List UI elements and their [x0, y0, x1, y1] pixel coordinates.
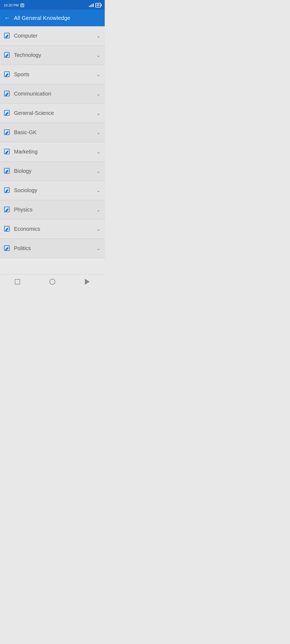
- item-label-biology: Biology: [14, 168, 32, 174]
- chevron-icon-general-science: ⌄: [96, 110, 100, 116]
- list-item-technology[interactable]: Technology ⌄: [0, 46, 105, 65]
- status-left: 10:20 PM: [4, 3, 24, 7]
- list-item-politics[interactable]: Politics ⌄: [0, 239, 105, 258]
- chevron-icon-basic-gk: ⌄: [96, 130, 100, 136]
- status-bar: 10:20 PM 65: [0, 0, 105, 10]
- nav-home-button[interactable]: [48, 278, 56, 286]
- list-item-left-sociology: Sociology: [4, 187, 37, 194]
- navigation-bar: [0, 274, 105, 289]
- nav-square-button[interactable]: [13, 278, 21, 286]
- chevron-icon-physics: ⌄: [96, 207, 100, 213]
- list-item-physics[interactable]: Physics ⌄: [0, 200, 105, 219]
- list-item-sports[interactable]: Sports ⌄: [0, 65, 105, 84]
- item-label-computer: Computer: [14, 33, 38, 39]
- nav-triangle-icon: [85, 279, 90, 285]
- list-item-basic-gk[interactable]: Basic-GK ⌄: [0, 123, 105, 142]
- item-label-technology: Technology: [14, 52, 41, 58]
- edit-icon-biology: [4, 168, 11, 175]
- trash-icon: [20, 3, 24, 7]
- edit-icon-sports: [4, 71, 11, 78]
- item-label-physics: Physics: [14, 207, 32, 213]
- edit-icon-marketing: [4, 148, 11, 155]
- chevron-icon-politics: ⌄: [96, 246, 100, 251]
- item-label-general-science: General-Science: [14, 110, 54, 116]
- battery-icon: 65: [95, 3, 101, 8]
- edit-icon-technology: [4, 52, 11, 59]
- edit-icon-sociology: [4, 187, 11, 194]
- list-item-biology[interactable]: Biology ⌄: [0, 162, 105, 181]
- list-item-sociology[interactable]: Sociology ⌄: [0, 181, 105, 200]
- list-item-left-politics: Politics: [4, 245, 31, 252]
- list-item-left-economics: Economics: [4, 226, 40, 233]
- list-item-left-technology: Technology: [4, 52, 41, 59]
- category-list: Computer ⌄ Technology ⌄ Sports: [0, 26, 105, 258]
- nav-square-icon: [15, 279, 20, 284]
- item-label-sociology: Sociology: [14, 187, 37, 193]
- edit-icon-computer: [4, 32, 11, 39]
- list-item-left-sports: Sports: [4, 71, 30, 78]
- item-label-sports: Sports: [14, 71, 30, 78]
- time-display: 10:20 PM: [4, 3, 19, 7]
- chevron-icon-marketing: ⌄: [96, 149, 100, 155]
- list-item-left-general-science: General-Science: [4, 110, 54, 117]
- list-item-communication[interactable]: Communication ⌄: [0, 84, 105, 104]
- edit-icon-physics: [4, 206, 11, 213]
- chevron-icon-biology: ⌄: [96, 168, 100, 174]
- signal-icon: [89, 3, 94, 7]
- status-right: 65: [89, 3, 101, 8]
- list-item-general-science[interactable]: General-Science ⌄: [0, 104, 105, 123]
- item-label-communication: Communication: [14, 91, 51, 97]
- list-item-left-computer: Computer: [4, 32, 38, 39]
- list-item-left-basic-gk: Basic-GK: [4, 129, 37, 136]
- page-title: All General Knowledge: [14, 15, 70, 21]
- item-label-politics: Politics: [14, 245, 31, 251]
- item-label-economics: Economics: [14, 226, 40, 232]
- edit-icon-basic-gk: [4, 129, 11, 136]
- app-header: ← All General Knowledge: [0, 10, 105, 26]
- spacer: [0, 258, 105, 274]
- list-item-marketing[interactable]: Marketing ⌄: [0, 142, 105, 162]
- nav-back-button[interactable]: [83, 278, 91, 286]
- list-item-computer[interactable]: Computer ⌄: [0, 26, 105, 46]
- chevron-icon-sports: ⌄: [96, 72, 100, 78]
- chevron-icon-technology: ⌄: [96, 52, 100, 58]
- list-item-left-communication: Communication: [4, 90, 51, 97]
- edit-icon-communication: [4, 90, 11, 97]
- chevron-icon-economics: ⌄: [96, 226, 100, 232]
- chevron-icon-communication: ⌄: [96, 91, 100, 97]
- back-button[interactable]: ←: [4, 14, 10, 21]
- chevron-icon-sociology: ⌄: [96, 188, 100, 193]
- item-label-basic-gk: Basic-GK: [14, 129, 37, 136]
- nav-circle-icon: [49, 279, 55, 285]
- list-item-left-biology: Biology: [4, 168, 32, 175]
- item-label-marketing: Marketing: [14, 149, 38, 155]
- list-item-left-physics: Physics: [4, 206, 32, 213]
- edit-icon-politics: [4, 245, 11, 252]
- edit-icon-general-science: [4, 110, 11, 117]
- edit-icon-economics: [4, 226, 11, 233]
- chevron-icon-computer: ⌄: [96, 33, 100, 39]
- list-item-left-marketing: Marketing: [4, 148, 38, 155]
- list-item-economics[interactable]: Economics ⌄: [0, 219, 105, 239]
